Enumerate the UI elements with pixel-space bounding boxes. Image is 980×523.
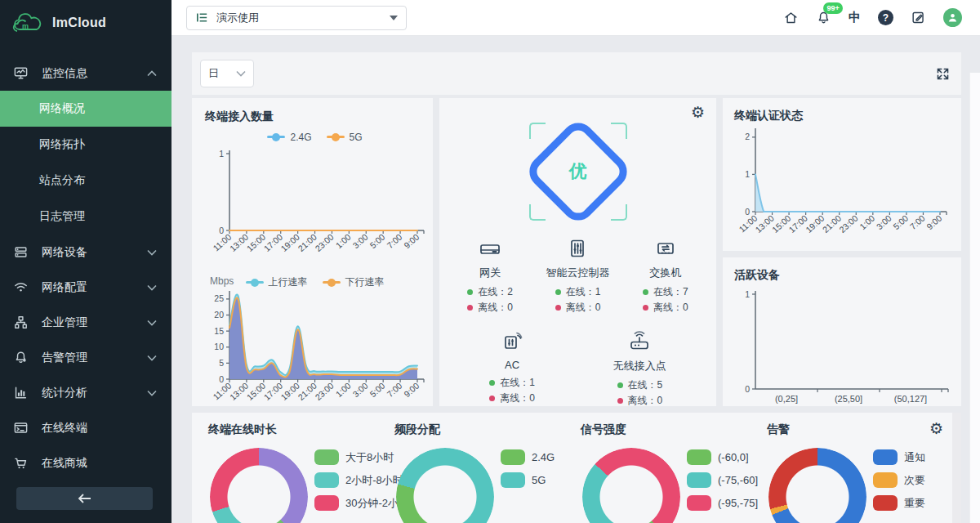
cart-icon [13, 455, 29, 471]
scrollbar-track[interactable] [952, 413, 961, 523]
wifi-icon [13, 279, 29, 295]
feedback-edit-icon[interactable] [911, 10, 926, 25]
sidebar-collapse-button[interactable] [16, 487, 153, 510]
legend-item[interactable]: 5G [327, 132, 363, 143]
svg-text:3:00: 3:00 [350, 380, 369, 399]
terminal-icon [13, 420, 29, 436]
throughput-unit-label: Mbps [210, 275, 234, 287]
device-online-count: 在线：1 [555, 284, 601, 300]
server-icon [13, 244, 29, 260]
monitor-icon [13, 65, 29, 81]
sidebar-item-0[interactable]: 监控信息 [0, 56, 172, 91]
sidebar-item-6[interactable]: 在线终端 [0, 410, 172, 445]
auth-status-chart: 01211:0013:0015:0017:0019:0021:0023:001:… [734, 123, 953, 251]
chevron-down-icon [147, 320, 157, 326]
period-select-value: 日 [208, 66, 219, 81]
sidebar-item-3[interactable]: 企业管理 [0, 305, 172, 340]
device-online-count: 在线：1 [489, 375, 535, 391]
period-select[interactable]: 日 [200, 60, 254, 87]
svg-text:17:00: 17:00 [262, 231, 285, 253]
svg-text:15:00: 15:00 [770, 212, 793, 235]
device-online-count: 在线：5 [617, 378, 663, 393]
legend-item[interactable]: (-60,0] [687, 449, 758, 465]
svg-text:0: 0 [219, 226, 224, 235]
svg-text:17:00: 17:00 [786, 212, 809, 235]
legend-item[interactable]: 2.4G [267, 132, 311, 143]
dashboard-content: 日 终端接入数量 2.4G5G 0111:0013:0 [172, 36, 980, 523]
user-avatar[interactable] [943, 8, 962, 27]
topbar-icons: 99+ 中 ? [783, 8, 962, 27]
svg-text:(25,50]: (25,50] [835, 394, 862, 404]
sidebar-subitem[interactable]: 网络概况 [0, 91, 172, 127]
legend-item[interactable]: 2.4G [501, 449, 555, 465]
settings-gear-icon[interactable]: ⚙ [929, 421, 943, 436]
svg-text:1:00: 1:00 [858, 212, 876, 231]
device-online-count: 在线：7 [643, 284, 688, 300]
sidebar-item-2[interactable]: 网络配置 [0, 270, 172, 305]
sidebar-item-4[interactable]: 告警管理 [0, 340, 172, 375]
legend-label: 重要 [904, 496, 925, 511]
chevron-down-icon [147, 249, 157, 256]
fullscreen-icon[interactable] [936, 67, 950, 81]
terminal-access-legend: 2.4G5G [205, 129, 425, 144]
legend-swatch [314, 472, 339, 488]
svg-text:2: 2 [745, 132, 750, 141]
device-online-count: 在线：2 [467, 284, 513, 300]
legend-item[interactable]: 上行速率 [246, 275, 308, 289]
svg-text:0: 0 [219, 374, 224, 384]
terminal-access-card: 终端接入数量 2.4G5G 0111:0013:0015:0017:0019:0… [192, 98, 433, 406]
legend-item[interactable]: (-95,-75] [687, 495, 758, 511]
sidebar-subitem[interactable]: 日志管理 [0, 199, 172, 235]
sidebar-item-label: 企业管理 [42, 315, 134, 330]
svg-text:17:00: 17:00 [262, 380, 285, 402]
legend-item[interactable]: 下行速率 [323, 275, 385, 289]
legend-item[interactable]: 次要 [873, 472, 925, 488]
legend-label: 次要 [904, 473, 925, 488]
switch-icon [654, 235, 677, 260]
device-offline-count: 离线：0 [643, 300, 688, 315]
donut-title: 频段分配 [394, 422, 577, 437]
gateway-icon [479, 235, 501, 260]
device-status-row-1: 网关在线：2离线：0智能云控制器在线：1离线：0交换机在线：7离线：0 [439, 235, 716, 315]
notifications-bell-icon[interactable]: 99+ [816, 10, 831, 25]
sidebar-item-label: 在线终端 [42, 421, 157, 436]
svg-text:7:00: 7:00 [385, 231, 403, 250]
sidebar-item-label: 网络配置 [42, 280, 134, 295]
svg-text:0: 0 [745, 384, 750, 394]
device-offline-count: 离线：0 [489, 391, 535, 406]
svg-text:7:00: 7:00 [908, 212, 927, 231]
sidebar-item-label: 网络设备 [42, 245, 134, 260]
ap-icon [628, 329, 651, 353]
svg-text:10: 10 [214, 342, 224, 351]
device-offline-count: 离线：0 [467, 300, 513, 315]
help-icon[interactable]: ? [878, 10, 893, 25]
svg-text:5:00: 5:00 [368, 380, 386, 399]
chevron-down-icon [147, 355, 157, 361]
legend-item[interactable]: 5G [501, 472, 555, 488]
legend-item[interactable]: 通知 [873, 449, 925, 465]
legend-swatch [873, 449, 898, 465]
legend-swatch [501, 472, 525, 488]
donut-section-band-allocation: 频段分配2.4G5G [391, 422, 577, 523]
org-selector[interactable]: 演示使用 [186, 6, 407, 30]
sidebar-item-5[interactable]: 统计分析 [0, 375, 172, 410]
language-toggle[interactable]: 中 [849, 10, 861, 25]
page-scrollbar[interactable] [969, 73, 980, 523]
sidebar-item-1[interactable]: 网络设备 [0, 235, 172, 270]
svg-text:5:00: 5:00 [368, 231, 386, 250]
home-icon[interactable] [783, 10, 799, 25]
org-selector-value: 演示使用 [216, 11, 382, 25]
svg-text:15:00: 15:00 [245, 231, 268, 253]
legend-swatch [873, 495, 898, 511]
sidebar-item-label: 告警管理 [42, 351, 134, 365]
svg-text:(50,127]: (50,127] [894, 394, 927, 404]
sidebar-item-7[interactable]: 在线商城 [0, 445, 172, 481]
sidebar-subitem[interactable]: 网络拓扑 [0, 127, 172, 163]
settings-gear-icon[interactable]: ⚙ [691, 105, 705, 120]
legend-item[interactable]: (-75,-60] [687, 472, 758, 488]
sidebar-subitem[interactable]: 站点分布 [0, 163, 172, 199]
legend-item[interactable]: 重要 [873, 495, 925, 511]
distribution-card: ⚙ 终端在线时长大于8小时2小时-8小时30分钟-2小时频段分配2.4G5G信号… [192, 413, 961, 523]
chevron-down-icon [147, 390, 157, 396]
svg-text:21:00: 21:00 [296, 380, 318, 402]
